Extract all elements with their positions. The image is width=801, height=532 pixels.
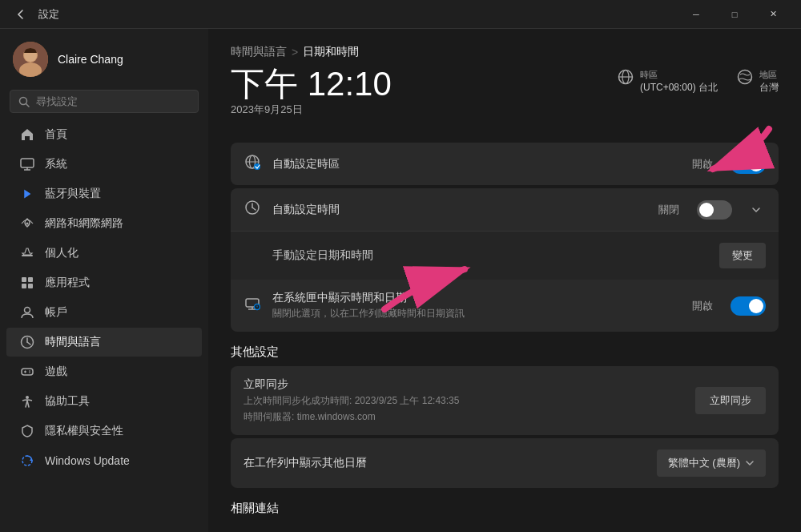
chevron-down-icon <box>745 458 755 468</box>
bluetooth-icon <box>19 186 35 202</box>
svg-rect-6 <box>21 159 34 167</box>
sidebar-item-network-label: 網路和網際網路 <box>45 216 123 231</box>
titlebar: 設定 ─ □ ✕ <box>0 0 801 29</box>
sidebar-item-personalization[interactable]: 個人化 <box>6 239 202 268</box>
search-input[interactable] <box>36 95 190 107</box>
svg-point-17 <box>25 308 30 313</box>
timezone-icon <box>618 69 634 85</box>
sidebar-item-privacy[interactable]: 隱私權與安全性 <box>6 417 202 445</box>
sync-title: 立即同步 <box>244 377 684 392</box>
accounts-icon <box>19 304 35 320</box>
search-box[interactable] <box>10 90 199 113</box>
sidebar-item-system-label: 系統 <box>45 157 67 171</box>
sidebar-item-home[interactable]: 首頁 <box>6 120 202 149</box>
breadcrumb-current: 日期和時間 <box>303 45 359 59</box>
content-area: 時間與語言 > 日期和時間 下午 12:10 2023年9月25日 時區 <box>208 29 801 532</box>
auto-time-label: 自動設定時間 <box>272 203 647 217</box>
svg-rect-14 <box>28 277 33 282</box>
manual-datetime-row: 手動設定日期和時間 變更 <box>231 231 779 280</box>
current-date: 2023年9月25日 <box>231 103 618 117</box>
sidebar-item-apps[interactable]: 應用程式 <box>6 268 202 297</box>
sidebar-item-accounts[interactable]: 帳戶 <box>6 298 202 327</box>
svg-point-25 <box>29 372 30 373</box>
timezone-block: 時區 (UTC+08:00) 台北 <box>618 69 718 95</box>
sidebar-item-time-label: 時間與語言 <box>45 335 101 349</box>
region-label: 地區 <box>759 69 779 81</box>
calendar-value: 繁體中文 (農曆) <box>668 456 740 470</box>
auto-timezone-toggle[interactable] <box>731 155 766 174</box>
change-datetime-button[interactable]: 變更 <box>719 243 766 268</box>
auto-timezone-label: 自動設定時區 <box>272 157 681 171</box>
personalization-icon <box>19 245 35 261</box>
svg-rect-15 <box>22 284 26 288</box>
sidebar-item-time[interactable]: 時間與語言 <box>6 328 202 357</box>
sidebar-item-accessibility[interactable]: 協助工具 <box>6 387 202 416</box>
settings-card-timezone: 自動設定時區 開啟 <box>231 143 779 185</box>
search-icon <box>18 96 30 107</box>
back-button[interactable] <box>10 3 32 26</box>
auto-timezone-status: 開啟 <box>692 157 713 171</box>
calendar-label: 在工作列中顯示其他日曆 <box>244 456 646 470</box>
user-section[interactable]: Claire Chang <box>0 29 208 87</box>
system-tray-row: 在系統匣中顯示時間和日期 關閉此選項，以在工作列隱藏時間和日期資訊 開啟 <box>231 280 779 332</box>
sync-sub2: 時間伺服器: time.windows.com <box>244 410 684 424</box>
region-block: 地區 台灣 <box>737 69 779 95</box>
system-icon <box>19 156 35 172</box>
auto-time-toggle[interactable] <box>697 200 732 220</box>
apps-icon <box>19 275 35 291</box>
sidebar-item-windows-update-label: Windows Update <box>45 454 130 467</box>
system-tray-sublabel: 關閉此選項，以在工作列隱藏時間和日期資訊 <box>272 307 681 320</box>
current-time: 下午 12:10 <box>231 66 618 103</box>
svg-rect-16 <box>28 284 33 288</box>
system-tray-text: 在系統匣中顯示時間和日期 關閉此選項，以在工作列隱藏時間和日期資訊 <box>272 291 681 320</box>
breadcrumb: 時間與語言 > 日期和時間 <box>231 45 779 59</box>
settings-card-time: 自動設定時間 關閉 手動設定日期和時間 變更 <box>231 188 779 332</box>
sync-info: 立即同步 上次時間同步化成功時間: 2023/9/25 上午 12:43:35 … <box>244 377 684 424</box>
search-container <box>0 87 208 119</box>
timezone-value: (UTC+08:00) 台北 <box>640 81 718 95</box>
privacy-icon <box>19 423 35 439</box>
sidebar-item-system[interactable]: 系統 <box>6 150 202 179</box>
system-tray-toggle[interactable] <box>731 296 766 316</box>
sidebar-item-privacy-label: 隱私權與安全性 <box>45 424 123 438</box>
region-value: 台灣 <box>759 81 779 95</box>
sidebar-item-home-label: 首頁 <box>45 127 67 142</box>
svg-point-11 <box>26 223 29 225</box>
sidebar-item-windows-update[interactable]: Windows Update <box>6 446 202 475</box>
minimize-button[interactable]: ─ <box>678 0 714 29</box>
svg-rect-13 <box>22 277 26 282</box>
calendar-card: 在工作列中顯示其他日曆 繁體中文 (農曆) <box>231 438 779 488</box>
sidebar-item-bluetooth[interactable]: 藍牙與裝置 <box>6 179 202 208</box>
calendar-dropdown-button[interactable]: 繁體中文 (農曆) <box>657 449 766 477</box>
region-icon <box>737 69 753 85</box>
svg-line-5 <box>26 103 30 107</box>
header-row: 下午 12:10 2023年9月25日 時區 (UTC+08:00) 台北 <box>231 66 779 130</box>
windows-update-icon <box>19 453 35 469</box>
other-settings-title: 其他設定 <box>231 345 779 360</box>
sidebar-item-network[interactable]: 網路和網際網路 <box>6 209 202 238</box>
sidebar-item-personalization-label: 個人化 <box>45 246 78 260</box>
expand-button[interactable] <box>747 200 766 220</box>
nav-list: 首頁 系統 <box>0 119 208 476</box>
breadcrumb-parent[interactable]: 時間與語言 <box>231 45 287 59</box>
svg-point-24 <box>29 370 30 372</box>
svg-line-38 <box>252 208 256 210</box>
gaming-icon <box>19 364 35 380</box>
auto-timezone-icon <box>244 154 261 174</box>
sidebar-item-gaming[interactable]: 遊戲 <box>6 357 202 386</box>
auto-time-status: 關閉 <box>658 203 679 217</box>
svg-line-20 <box>27 342 30 345</box>
system-tray-icon <box>244 296 261 316</box>
home-icon <box>19 127 35 143</box>
close-button[interactable]: ✕ <box>755 0 791 29</box>
auto-timezone-row: 自動設定時區 開啟 <box>231 143 779 185</box>
accessibility-icon <box>19 393 35 409</box>
auto-time-icon <box>244 200 261 220</box>
sidebar-item-accounts-label: 帳戶 <box>45 305 67 320</box>
sync-now-button[interactable]: 立即同步 <box>695 387 766 414</box>
sidebar: Claire Chang 首頁 <box>0 29 208 532</box>
breadcrumb-separator: > <box>292 46 298 58</box>
maximize-button[interactable]: □ <box>716 0 753 29</box>
system-tray-status: 開啟 <box>692 299 713 313</box>
sidebar-item-accessibility-label: 協助工具 <box>45 394 90 409</box>
